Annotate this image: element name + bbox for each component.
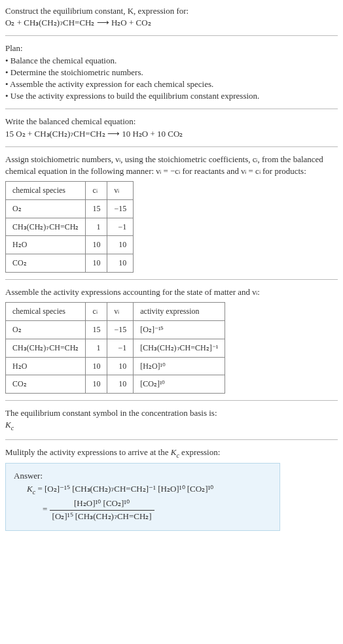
col-c: cᵢ (86, 303, 107, 321)
divider (5, 279, 338, 280)
cell-species: O₂ (6, 321, 86, 339)
plan-item: • Use the activity expressions to build … (5, 90, 338, 102)
divider (5, 146, 338, 147)
cell-species: CH₃(CH₂)₇CH=CH₂ (6, 218, 86, 236)
cell-c: 10 (86, 254, 107, 273)
table-row: O₂15−15[O₂]⁻¹⁵ (6, 321, 225, 339)
cell-species: O₂ (6, 199, 86, 218)
balanced-heading: Write the balanced chemical equation: (5, 116, 338, 127)
table-header-row: chemical species cᵢ νᵢ (6, 182, 134, 200)
divider (5, 400, 338, 401)
divider (5, 109, 338, 109)
plan-item: • Balance the chemical equation. (5, 55, 338, 67)
plan-item: • Determine the stoichiometric numbers. (5, 67, 338, 78)
intro-text: Construct the equilibrium constant, K, e… (5, 5, 338, 17)
col-species: chemical species (6, 303, 86, 321)
activity-table: chemical species cᵢ νᵢ activity expressi… (5, 302, 225, 394)
cell-v: −1 (107, 339, 134, 357)
stoich-section: Assign stoichiometric numbers, νᵢ, using… (5, 154, 338, 273)
intro: Construct the equilibrium constant, K, e… (5, 5, 338, 29)
table-row: CO₂1010 (6, 254, 134, 273)
answer-label: Answer: (14, 470, 272, 482)
intro-equation: O₂ + CH₃(CH₂)₇CH=CH₂ ⟶ H₂O + CO₂ (5, 17, 338, 29)
cell-v: 10 (107, 254, 134, 273)
cell-v: 10 (107, 375, 134, 394)
symbol-kc: Kc (5, 420, 14, 430)
table-row: H₂O1010[H₂O]¹⁰ (6, 357, 225, 375)
table-row: CO₂1010[CO₂]¹⁰ (6, 375, 225, 394)
table-row: CH₃(CH₂)₇CH=CH₂1−1 (6, 218, 134, 236)
table-row: H₂O1010 (6, 236, 134, 254)
eq-prefix: = (43, 504, 50, 514)
balanced-section: Write the balanced chemical equation: 15… (5, 116, 338, 139)
answer-line1: Kc = [O₂]⁻¹⁵ [CH₃(CH₂)₇CH=CH₂]⁻¹ [H₂O]¹⁰… (27, 483, 272, 497)
cell-v: −15 (107, 321, 134, 339)
table-row: CH₃(CH₂)₇CH=CH₂1−1[CH₃(CH₂)₇CH=CH₂]⁻¹ (6, 339, 225, 357)
cell-activity: [CO₂]¹⁰ (134, 375, 225, 394)
cell-v: −15 (107, 199, 134, 218)
cell-c: 1 (86, 339, 107, 357)
divider (5, 35, 338, 36)
stoich-table: chemical species cᵢ νᵢ O₂15−15 CH₃(CH₂)₇… (5, 181, 134, 273)
plan: Plan: • Balance the chemical equation. •… (5, 42, 338, 102)
cell-species: CO₂ (6, 254, 86, 273)
col-c: cᵢ (86, 182, 107, 200)
cell-v: 10 (107, 236, 134, 254)
balanced-equation: 15 O₂ + CH₃(CH₂)₇CH=CH₂ ⟶ 10 H₂O + 10 CO… (5, 128, 338, 140)
cell-c: 10 (86, 236, 107, 254)
cell-species: CH₃(CH₂)₇CH=CH₂ (6, 339, 86, 357)
col-species: chemical species (6, 182, 86, 200)
cell-v: 10 (107, 357, 134, 375)
cell-v: −1 (107, 218, 134, 236)
table-row: O₂15−15 (6, 199, 134, 218)
cell-c: 15 (86, 199, 107, 218)
divider (5, 439, 338, 440)
cell-species: H₂O (6, 236, 86, 254)
cell-c: 10 (86, 357, 107, 375)
answer-box: Answer: Kc = [O₂]⁻¹⁵ [CH₃(CH₂)₇CH=CH₂]⁻¹… (5, 463, 280, 531)
cell-c: 15 (86, 321, 107, 339)
cell-c: 10 (86, 375, 107, 394)
cell-species: H₂O (6, 357, 86, 375)
symbol-section: The equilibrium constant symbol in the c… (5, 407, 338, 433)
multiply-section: Mulitply the activity expressions to arr… (5, 447, 338, 531)
cell-activity: [H₂O]¹⁰ (134, 357, 225, 375)
col-activity: activity expression (134, 303, 225, 321)
table-header-row: chemical species cᵢ νᵢ activity expressi… (6, 303, 225, 321)
answer-line1-rhs: [O₂]⁻¹⁵ [CH₃(CH₂)₇CH=CH₂]⁻¹ [H₂O]¹⁰ [CO₂… (45, 484, 213, 494)
col-v: νᵢ (107, 303, 134, 321)
cell-c: 1 (86, 218, 107, 236)
activity-text: Assemble the activity expressions accoun… (5, 286, 338, 298)
stoich-text: Assign stoichiometric numbers, νᵢ, using… (5, 154, 338, 177)
activity-section: Assemble the activity expressions accoun… (5, 286, 338, 394)
cell-activity: [CH₃(CH₂)₇CH=CH₂]⁻¹ (134, 339, 225, 357)
answer-line2: = [H₂O]¹⁰ [CO₂]¹⁰ [O₂]¹⁵ [CH₃(CH₂)₇CH=CH… (27, 498, 272, 522)
multiply-text: Mulitply the activity expressions to arr… (5, 447, 338, 460)
answer-fraction: [H₂O]¹⁰ [CO₂]¹⁰ [O₂]¹⁵ [CH₃(CH₂)₇CH=CH₂] (50, 498, 154, 522)
plan-heading: Plan: (5, 42, 338, 54)
fraction-denominator: [O₂]¹⁵ [CH₃(CH₂)₇CH=CH₂] (50, 511, 154, 522)
symbol-text: The equilibrium constant symbol in the c… (5, 407, 338, 419)
plan-item: • Assemble the activity expression for e… (5, 78, 338, 90)
cell-activity: [O₂]⁻¹⁵ (134, 321, 225, 339)
col-v: νᵢ (107, 182, 134, 200)
fraction-numerator: [H₂O]¹⁰ [CO₂]¹⁰ (50, 498, 154, 510)
cell-species: CO₂ (6, 375, 86, 394)
